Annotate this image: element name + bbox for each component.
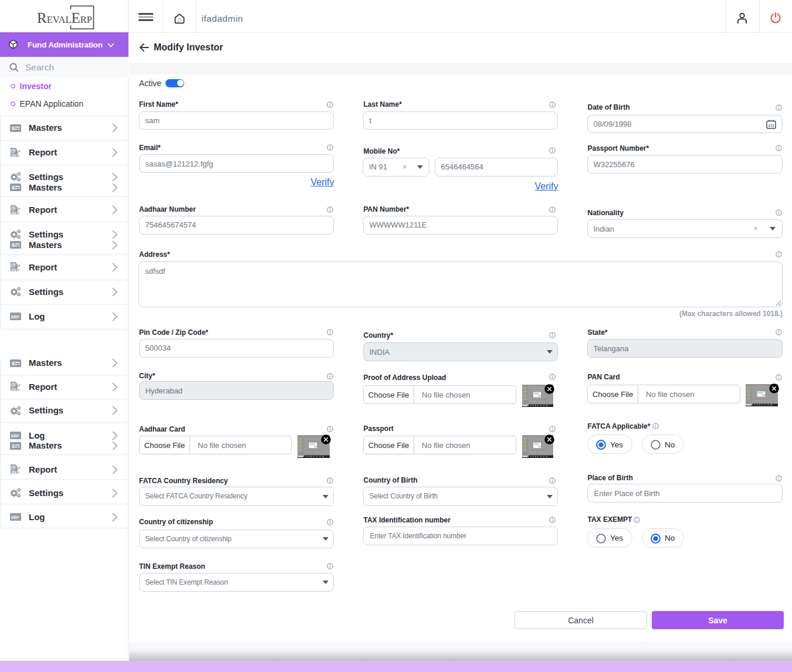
svg-text:$: $ [12,360,15,366]
svg-text:ERP: ERP [11,515,19,519]
svg-text:ERP: ERP [11,433,19,437]
svg-text:$: $ [12,125,15,131]
svg-text:$: $ [12,242,15,248]
svg-text:$: $ [12,185,15,191]
svg-text:REVALERP: REVALERP [37,10,92,26]
svg-text:ERP: ERP [11,314,19,318]
svg-text:$: $ [12,443,15,449]
